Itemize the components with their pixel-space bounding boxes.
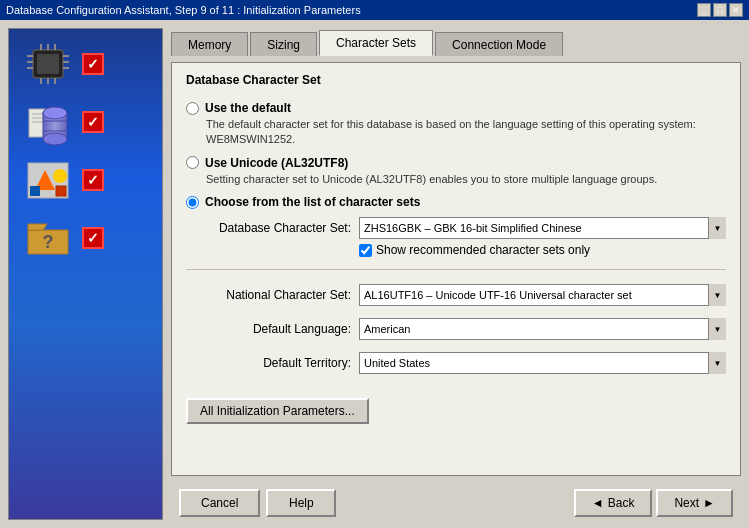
tab-bar: Memory Sizing Character Sets Connection … (171, 28, 741, 56)
radio-row-default: Use the default (186, 101, 726, 115)
svg-point-26 (53, 169, 67, 183)
db-charset-label: Database Character Set: (186, 221, 351, 235)
left-panel: ✓ (8, 28, 163, 520)
radio-choose[interactable] (186, 196, 199, 209)
radio-unicode[interactable] (186, 156, 199, 169)
radio-default[interactable] (186, 102, 199, 115)
title-text: Database Configuration Assistant, Step 9… (6, 4, 361, 16)
window-controls: _ □ ✕ (697, 3, 743, 17)
close-button[interactable]: ✕ (729, 3, 743, 17)
default-territory-row: Default Territory: United States ▼ (186, 352, 726, 374)
svg-rect-27 (30, 186, 40, 196)
svg-rect-1 (37, 54, 59, 74)
title-bar: Database Configuration Assistant, Step 9… (0, 0, 749, 20)
national-charset-label: National Character Set: (186, 288, 351, 302)
default-territory-select-wrapper: United States ▼ (359, 352, 726, 374)
next-arrow-icon: ► (703, 496, 715, 510)
shapes-icon (23, 158, 73, 203)
check-badge-3: ✓ (82, 169, 104, 191)
national-charset-select-wrapper: AL16UTF16 – Unicode UTF-16 Universal cha… (359, 284, 726, 306)
default-language-select-wrapper: American ▼ (359, 318, 726, 340)
radio-item-choose: Choose from the list of character sets D… (186, 195, 726, 257)
show-recommended-checkbox[interactable] (359, 244, 372, 257)
back-button[interactable]: ◄ Back (574, 489, 653, 517)
default-language-select[interactable]: American (359, 318, 726, 340)
radio-choose-label[interactable]: Choose from the list of character sets (205, 195, 420, 209)
shapes-icon-box (21, 155, 76, 205)
check-badge-4: ✓ (82, 227, 104, 249)
footer: Cancel Help ◄ Back Next ► (171, 482, 741, 520)
barrel-icon-box (21, 97, 76, 147)
svg-point-21 (43, 107, 67, 119)
radio-item-default: Use the default The default character se… (186, 101, 726, 148)
main-container: ✓ (0, 20, 749, 528)
show-recommended-label[interactable]: Show recommended character sets only (376, 243, 590, 257)
default-territory-label: Default Territory: (186, 356, 351, 370)
help-button[interactable]: Help (266, 489, 336, 517)
tab-character-sets[interactable]: Character Sets (319, 30, 433, 56)
divider-1 (186, 269, 726, 270)
next-button[interactable]: Next ► (656, 489, 733, 517)
check-badge-1: ✓ (82, 53, 104, 75)
radio-default-label[interactable]: Use the default (205, 101, 291, 115)
radio-row-unicode: Use Unicode (AL32UTF8) (186, 156, 726, 170)
question-folder-icon: ? (23, 216, 73, 261)
footer-right-buttons: ◄ Back Next ► (574, 489, 733, 517)
radio-item-unicode: Use Unicode (AL32UTF8) Setting character… (186, 156, 726, 187)
section-title: Database Character Set (186, 73, 726, 87)
svg-point-20 (43, 133, 67, 145)
right-panel: Memory Sizing Character Sets Connection … (171, 28, 741, 520)
radio-row-choose: Choose from the list of character sets (186, 195, 726, 209)
db-charset-select-wrapper: ZHS16GBK – GBK 16-bit Simplified Chinese… (359, 217, 726, 239)
cancel-button[interactable]: Cancel (179, 489, 260, 517)
init-params-section: All Initialization Parameters... (186, 392, 726, 424)
national-charset-row: National Character Set: AL16UTF16 – Unic… (186, 284, 726, 306)
footer-left-buttons: Cancel Help (179, 489, 336, 517)
content-area: Database Character Set Use the default T… (171, 62, 741, 476)
tab-memory[interactable]: Memory (171, 32, 248, 56)
check-badge-2: ✓ (82, 111, 104, 133)
minimize-button[interactable]: _ (697, 3, 711, 17)
radio-unicode-desc: Setting character set to Unicode (AL32UT… (206, 172, 726, 187)
barrel-with-papers-icon (21, 97, 76, 147)
tab-connection-mode[interactable]: Connection Mode (435, 32, 563, 56)
radio-default-desc: The default character set for this datab… (206, 117, 726, 148)
chip-icon-box (21, 39, 76, 89)
default-language-row: Default Language: American ▼ (186, 318, 726, 340)
question-folder-icon-box: ? (21, 213, 76, 263)
left-item-4: ? ✓ (21, 213, 151, 263)
default-language-label: Default Language: (186, 322, 351, 336)
left-item-1: ✓ (21, 39, 151, 89)
radio-unicode-label[interactable]: Use Unicode (AL32UTF8) (205, 156, 348, 170)
db-charset-row: Database Character Set: ZHS16GBK – GBK 1… (186, 217, 726, 239)
radio-group: Use the default The default character se… (186, 101, 726, 257)
left-item-2: ✓ (21, 97, 151, 147)
tab-sizing[interactable]: Sizing (250, 32, 317, 56)
chip-icon (23, 42, 73, 87)
show-recommended-row: Show recommended character sets only (359, 243, 726, 257)
init-params-button[interactable]: All Initialization Parameters... (186, 398, 369, 424)
default-territory-select[interactable]: United States (359, 352, 726, 374)
national-charset-select[interactable]: AL16UTF16 – Unicode UTF-16 Universal cha… (359, 284, 726, 306)
db-charset-select[interactable]: ZHS16GBK – GBK 16-bit Simplified Chinese (359, 217, 726, 239)
back-arrow-icon: ◄ (592, 496, 604, 510)
maximize-button[interactable]: □ (713, 3, 727, 17)
svg-rect-28 (56, 186, 66, 196)
left-item-3: ✓ (21, 155, 151, 205)
svg-text:?: ? (43, 232, 54, 252)
